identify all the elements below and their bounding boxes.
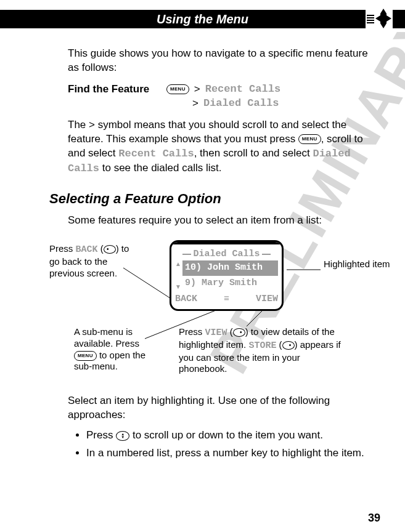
svg-rect-3 xyxy=(368,22,374,23)
menu-key-icon: MENU xyxy=(166,84,189,94)
path-separator: > xyxy=(192,97,198,111)
find-feature-label: Find the Feature xyxy=(68,83,166,97)
lcd-title: Dialed Calls xyxy=(175,248,278,260)
menu-key-icon: MENU xyxy=(74,351,97,361)
text-fragment: A sub-menu is available. Press xyxy=(74,326,139,349)
back-key-text: BACK xyxy=(76,244,98,255)
path-separator: > xyxy=(194,83,200,97)
highlight-text: Highlighted item xyxy=(324,259,390,269)
svg-rect-2 xyxy=(368,20,374,21)
bullet-item: In a numbered list, press a number key t… xyxy=(86,446,374,461)
lcd-row-highlighted: 10) John Smith xyxy=(182,260,278,275)
text-fragment: ( xyxy=(276,339,282,350)
callout-submenu: A sub-menu is available. Press MENU to o… xyxy=(74,326,160,373)
feature-path-2: > Dialed Calls xyxy=(166,97,280,111)
path-recent-calls: Recent Calls xyxy=(205,83,280,97)
lcd-title-text: Dialed Calls xyxy=(193,248,260,260)
text-fragment: ( xyxy=(98,243,104,254)
svg-point-7 xyxy=(367,22,368,23)
text-fragment: to see the dialed calls list. xyxy=(99,162,221,174)
softkey-view: VIEW xyxy=(232,293,279,305)
text-fragment: Press xyxy=(49,243,76,254)
scroll-key-icon xyxy=(116,431,129,441)
text-fragment: Press xyxy=(86,429,116,441)
text-fragment: ( xyxy=(227,326,233,337)
softkey-menu-icon: ≡ xyxy=(222,293,232,305)
section-heading: Selecting a Feature Option xyxy=(49,190,374,208)
svg-rect-12 xyxy=(380,14,387,23)
phone-diagram: Dialed Calls ▲▼ 10) John Smith 9) Mary S… xyxy=(49,234,374,388)
svg-point-5 xyxy=(367,17,368,18)
find-feature-row: Find the Feature MENU > Recent Calls > D… xyxy=(68,83,374,111)
path-dialed-calls: Dialed Calls xyxy=(203,97,279,111)
right-softkey-icon xyxy=(282,341,295,350)
left-softkey-icon xyxy=(104,245,116,254)
svg-rect-1 xyxy=(368,17,374,18)
svg-point-6 xyxy=(367,20,368,21)
header-bar: Using the Menu xyxy=(0,10,405,28)
callout-back: Press BACK () to go back to the previous… xyxy=(49,243,142,279)
phone-screen: Dialed Calls ▲▼ 10) John Smith 9) Mary S… xyxy=(170,240,284,311)
callout-view: Press VIEW () to view details of the hig… xyxy=(179,326,342,375)
explain-paragraph: The > symbol means that you should scrol… xyxy=(68,118,374,176)
page-title: Using the Menu xyxy=(12,12,393,26)
recent-calls-text: Recent Calls xyxy=(118,148,194,159)
text-fragment: to scroll up or down to the item you wan… xyxy=(129,429,323,441)
svg-marker-9 xyxy=(380,23,387,28)
text-fragment: Press xyxy=(179,326,205,337)
page-number: 39 xyxy=(368,512,380,525)
store-key-text: STORE xyxy=(248,341,276,351)
nav-arrows-icon xyxy=(366,6,393,33)
select-paragraph: Select an item by highlighting it. Use o… xyxy=(68,394,374,422)
lcd-softkey-row: BACK ≡ VIEW xyxy=(171,291,282,309)
lcd-row: 9) Mary Smith xyxy=(182,276,278,291)
svg-marker-10 xyxy=(375,15,380,22)
feature-path-1: MENU > Recent Calls xyxy=(166,83,280,97)
bullet-item: Press to scroll up or down to the item y… xyxy=(86,429,374,443)
svg-marker-11 xyxy=(387,15,391,22)
bullet-list: Press to scroll up or down to the item y… xyxy=(68,429,374,461)
right-softkey-icon xyxy=(233,328,245,337)
softkey-back: BACK xyxy=(175,293,222,305)
text-fragment: , then scroll to and select xyxy=(194,147,313,159)
page-content: This guide shows you how to navigate to … xyxy=(0,28,405,461)
intro-paragraph: This guide shows you how to navigate to … xyxy=(68,47,374,75)
menu-key-icon: MENU xyxy=(298,134,321,144)
callout-highlight: Highlighted item xyxy=(324,259,391,270)
svg-point-4 xyxy=(367,15,368,16)
view-key-text: VIEW xyxy=(205,328,227,338)
svg-rect-0 xyxy=(368,15,374,16)
scroll-arrows-icon: ▲▼ xyxy=(175,260,182,291)
svg-marker-8 xyxy=(380,9,387,14)
section-intro: Some features require you to select an i… xyxy=(68,214,374,228)
